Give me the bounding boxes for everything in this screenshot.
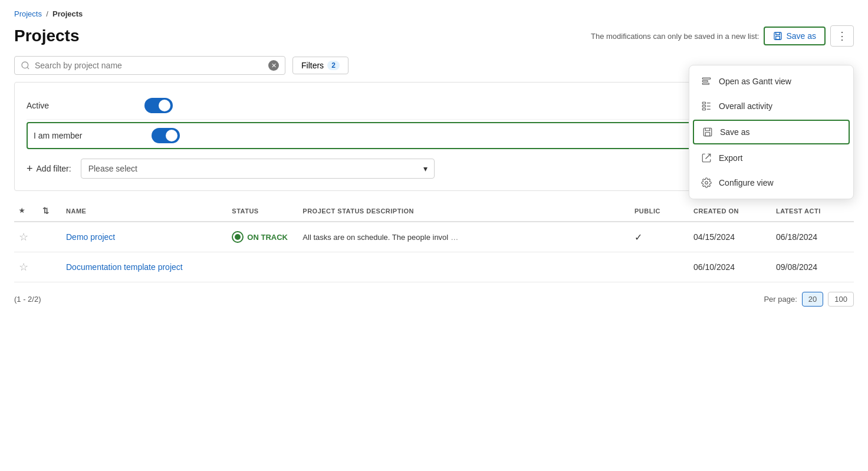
configure-label: Configure view — [719, 178, 774, 187]
save-icon — [773, 31, 782, 41]
search-icon — [21, 61, 30, 70]
search-box: ✕ — [14, 56, 285, 75]
search-clear-button[interactable]: ✕ — [268, 60, 279, 71]
filters-button[interactable]: Filters 2 — [292, 57, 348, 74]
dropdown-menu: Open as Gantt view Overall activity Save… — [689, 65, 854, 199]
per-page-label: Per page: — [764, 295, 797, 304]
star-header-icon: ★ — [19, 207, 25, 215]
export-icon — [701, 153, 712, 163]
gantt-icon — [701, 76, 712, 87]
row2-latest-activity: 09/08/2024 — [771, 262, 854, 272]
activity-label: Overall activity — [719, 101, 772, 111]
svg-rect-11 — [703, 128, 712, 136]
dropdown-item-export[interactable]: Export — [689, 146, 853, 170]
member-filter-label: I am member — [34, 131, 152, 140]
dropdown-item-configure[interactable]: Configure view — [689, 170, 853, 195]
table-row: ☆ Documentation template project 06/10/2… — [14, 252, 854, 282]
row1-description: All tasks are on schedule. The people in… — [298, 233, 630, 242]
search-input[interactable] — [35, 61, 264, 70]
col-star: ★ — [14, 206, 38, 215]
per-page: Per page: 20 100 — [764, 292, 854, 307]
per-page-20[interactable]: 20 — [802, 292, 823, 307]
page-header: Projects The modifications can only be s… — [0, 21, 868, 56]
filter-select[interactable]: Please select — [81, 159, 435, 179]
pagination: (1 - 2/2) Per page: 20 100 — [0, 282, 868, 316]
sort-header-icon: ⇅ — [42, 206, 50, 215]
row1-star[interactable]: ☆ — [14, 230, 38, 243]
breadcrumb-current: Projects — [52, 9, 83, 18]
description-more-button[interactable]: … — [451, 233, 458, 242]
gantt-label: Open as Gantt view — [719, 77, 791, 86]
filters-label: Filters — [301, 61, 324, 70]
svg-point-1 — [22, 62, 28, 68]
col-public[interactable]: Public — [630, 206, 689, 215]
dropdown-item-activity[interactable]: Overall activity — [689, 94, 853, 118]
row2-star[interactable]: ☆ — [14, 261, 38, 274]
svg-rect-4 — [702, 83, 709, 84]
add-filter-label: + Add filter: — [27, 163, 71, 175]
svg-rect-2 — [702, 78, 711, 79]
row1-created-on: 04/15/2024 — [689, 232, 771, 242]
col-status[interactable]: Status — [227, 206, 298, 215]
svg-rect-7 — [702, 108, 705, 110]
svg-line-12 — [706, 154, 711, 159]
dropdown-item-gantt[interactable]: Open as Gantt view — [689, 69, 853, 94]
row1-latest-activity: 06/18/2024 — [771, 232, 854, 242]
gear-icon — [701, 177, 712, 188]
row1-name[interactable]: Demo project — [61, 232, 227, 242]
status-on-track-icon — [232, 231, 244, 243]
modification-notice: The modifications can only be saved in a… — [591, 32, 759, 41]
member-toggle[interactable] — [152, 128, 180, 143]
activity-icon — [701, 101, 712, 111]
public-checkmark-icon: ✓ — [634, 232, 642, 242]
filters-count: 2 — [327, 61, 340, 70]
pagination-range: (1 - 2/2) — [14, 295, 41, 304]
star-icon: ☆ — [19, 231, 28, 243]
save-as-label: Save as — [720, 127, 750, 137]
svg-rect-5 — [702, 102, 705, 104]
active-filter-label: Active — [27, 101, 144, 110]
table-header: ★ ⇅ Name Status Project Status Descripti… — [14, 200, 854, 222]
star-icon: ☆ — [19, 261, 28, 273]
breadcrumb: Projects / Projects — [0, 0, 868, 21]
svg-point-13 — [705, 182, 708, 185]
col-name[interactable]: Name — [61, 206, 227, 215]
col-description[interactable]: Project Status Description — [298, 206, 630, 215]
row2-created-on: 06/10/2024 — [689, 262, 771, 272]
col-sort: ⇅ — [38, 206, 61, 215]
dropdown-item-save-as[interactable]: Save as — [693, 120, 850, 144]
table-row: ☆ Demo project ON TRACK All tasks are on… — [14, 222, 854, 252]
page-title: Projects — [14, 27, 80, 45]
col-latest-activity[interactable]: Latest Acti — [771, 206, 854, 215]
breadcrumb-parent[interactable]: Projects — [14, 9, 42, 18]
svg-rect-6 — [702, 106, 705, 107]
header-right: The modifications can only be saved in a… — [591, 25, 854, 47]
filter-select-wrapper: Please select ▾ — [81, 159, 435, 179]
row1-public: ✓ — [630, 232, 689, 243]
more-options-button[interactable]: ⋮ — [830, 25, 854, 47]
row1-status: ON TRACK — [227, 231, 298, 243]
per-page-100[interactable]: 100 — [828, 292, 854, 307]
table-container: ★ ⇅ Name Status Project Status Descripti… — [14, 200, 854, 282]
svg-rect-3 — [702, 81, 708, 82]
col-created-on[interactable]: Created On — [689, 206, 771, 215]
export-label: Export — [719, 153, 742, 163]
active-toggle[interactable] — [144, 98, 173, 113]
row2-name[interactable]: Documentation template project — [61, 262, 227, 272]
save-as-icon — [702, 127, 713, 137]
save-as-button[interactable]: Save as — [764, 27, 826, 45]
